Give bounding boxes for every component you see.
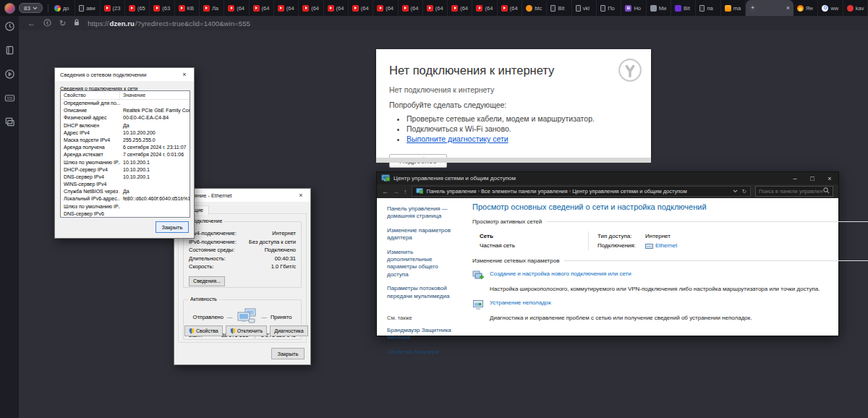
- refresh-icon[interactable]: ↻: [59, 20, 66, 27]
- browser-tab[interactable]: (64: [448, 0, 472, 16]
- browser-tab[interactable]: ma: [721, 0, 746, 16]
- run-diagnostics-link[interactable]: Выполните диагностику сети: [407, 135, 651, 143]
- browser-tab[interactable]: (64: [423, 0, 448, 16]
- breadcrumb-segment[interactable]: Все элементы панели управления: [481, 188, 567, 195]
- browser-tab[interactable]: (65: [125, 0, 150, 16]
- troubleshoot-link[interactable]: Устранение неполадок: [490, 299, 551, 306]
- back-icon[interactable]: ←: [27, 20, 35, 27]
- player-icon[interactable]: [4, 69, 15, 80]
- url-field[interactable]: https://dzen.ru/?yredirect=true&clid=140…: [88, 20, 250, 27]
- browser-tab-active[interactable]: +×: [746, 0, 793, 16]
- свойства-button[interactable]: Свойства: [184, 325, 223, 336]
- отключить-button[interactable]: Отключить: [226, 325, 267, 336]
- new-connection-link[interactable]: Создание и настройка нового подключения …: [490, 270, 631, 277]
- task-pane-link[interactable]: Параметры потоковой передачи мультимедиа: [387, 285, 456, 300]
- browser-tab[interactable]: (63: [150, 0, 174, 16]
- property-row[interactable]: DNS-сервер IPv6: [61, 210, 190, 218]
- property-row[interactable]: Шлюз по умолчанию IP...: [61, 203, 190, 210]
- close-button[interactable]: Закрыть: [271, 348, 305, 359]
- search-box[interactable]: [755, 186, 833, 197]
- red-favicon-icon: [847, 5, 854, 12]
- tab-label: Ла: [212, 5, 218, 12]
- tab-label: (64: [336, 5, 344, 12]
- profile-avatar[interactable]: [4, 3, 15, 14]
- property-row[interactable]: ОписаниеRealtek PCIe GbE Family Controll…: [61, 107, 190, 114]
- column-value: Значение: [120, 91, 190, 99]
- browser-tab[interactable]: Gww: [818, 0, 843, 16]
- breadcrumb[interactable]: Панель управления › Все элементы панели …: [412, 186, 752, 197]
- browser-tab[interactable]: (64: [324, 0, 349, 16]
- property-row[interactable]: Адрес IPv410.10.200.200: [61, 129, 190, 137]
- task-pane-link[interactable]: Изменить дополнительные параметры общего…: [387, 249, 456, 279]
- browser-tab[interactable]: (64: [274, 0, 299, 16]
- browser-tab[interactable]: (64: [250, 0, 274, 16]
- property-value: Realtek PCIe GbE Family Controller: [120, 107, 190, 114]
- диагностика-button[interactable]: Диагностика: [270, 325, 308, 336]
- property-row[interactable]: Маска подсети IPv4255.255.255.0: [61, 137, 190, 144]
- property-row[interactable]: Локальный IPv6-адрес...fe80::d6c0:460f:6…: [61, 195, 190, 202]
- browser-tab[interactable]: КВ: [175, 0, 200, 16]
- browser-tab[interactable]: (64: [373, 0, 398, 16]
- browser-tab[interactable]: па: [696, 0, 720, 16]
- breadcrumb-segment[interactable]: Центр управления сетями и общим доступом: [572, 188, 686, 195]
- back-icon[interactable]: ←: [382, 188, 388, 195]
- breadcrumb-segment[interactable]: Панель управления: [427, 188, 477, 195]
- browser-tab[interactable]: (64: [224, 0, 249, 16]
- tab-counter-button[interactable]: 83: [19, 3, 43, 13]
- browser-tab[interactable]: ави: [75, 0, 100, 16]
- badge-333-icon[interactable]: 333: [4, 93, 15, 103]
- property-row[interactable]: DHCP-сервер IPv410.10.200.1: [61, 166, 190, 174]
- lock-icon[interactable]: [74, 19, 80, 27]
- close-icon[interactable]: ×: [175, 68, 194, 81]
- property-name: Маска подсети IPv4: [61, 137, 120, 144]
- property-row[interactable]: Физический адрес00-E0-4C-EA-C4-84: [61, 114, 190, 121]
- property-row[interactable]: Определенный для по...: [61, 100, 190, 107]
- details-button[interactable]: Сведения...: [189, 276, 225, 286]
- tab-close-icon[interactable]: ×: [786, 4, 791, 12]
- property-row[interactable]: DHCP включенДа: [61, 122, 190, 129]
- task-pane-link[interactable]: Свойства браузера: [387, 349, 456, 356]
- history-icon[interactable]: [4, 21, 15, 32]
- property-row[interactable]: Аренда истекает7 сентября 2024 г. 0:01:0…: [61, 151, 190, 158]
- close-button[interactable]: Закрыть: [156, 221, 189, 233]
- property-row[interactable]: WINS-сервер IPv4: [61, 181, 190, 188]
- browser-tab[interactable]: (64: [498, 0, 522, 16]
- up-icon[interactable]: ↑: [404, 188, 407, 195]
- refresh-icon[interactable]: ↻: [742, 188, 746, 195]
- maximize-button[interactable]: □: [804, 172, 821, 184]
- task-pane-link[interactable]: Брандмауэр Защитника Windows: [387, 327, 456, 342]
- browser-tab[interactable]: btc: [522, 0, 547, 16]
- browser-tab[interactable]: kav: [843, 0, 868, 16]
- chevron-down-icon[interactable]: [733, 189, 738, 193]
- property-row[interactable]: Шлюз по умолчанию IP...10.10.200.1: [61, 159, 190, 166]
- bookmarks-icon[interactable]: [4, 45, 15, 56]
- browser-tab[interactable]: Bit: [547, 0, 571, 16]
- browser-tab[interactable]: BНо: [621, 0, 646, 16]
- browser-tab[interactable]: По: [597, 0, 621, 16]
- browser-tab[interactable]: (64: [299, 0, 323, 16]
- property-row[interactable]: DNS-сервер IPv410.10.200.1: [61, 174, 190, 181]
- task-pane-link[interactable]: Панель управления — домашняя страница: [387, 205, 456, 221]
- browser-tab[interactable]: до: [51, 0, 75, 16]
- browser-tab[interactable]: (23: [101, 0, 125, 16]
- minimize-button[interactable]: –: [786, 172, 804, 184]
- browser-tab[interactable]: (64: [349, 0, 373, 16]
- tab-groups-icon[interactable]: [4, 116, 15, 127]
- properties-list[interactable]: Свойство Значение Определенный для по...…: [60, 90, 190, 218]
- property-row[interactable]: Служба NetBIOS через ...Да: [61, 188, 190, 195]
- browser-tab[interactable]: Ян: [793, 0, 818, 16]
- browser-tab[interactable]: (64: [399, 0, 423, 16]
- browser-tab[interactable]: Bit: [671, 0, 696, 16]
- property-row[interactable]: Аренда получена6 сентября 2024 г. 23:11:…: [61, 144, 190, 151]
- browser-tab[interactable]: (64: [472, 0, 497, 16]
- task-pane-link[interactable]: Изменение параметров адаптера: [387, 227, 456, 242]
- close-icon[interactable]: ×: [292, 189, 310, 202]
- forward-icon[interactable]: →: [393, 188, 399, 195]
- ethernet-link[interactable]: Ethernet: [645, 241, 677, 250]
- browser-tab[interactable]: vkl: [572, 0, 597, 16]
- search-input[interactable]: [759, 188, 823, 195]
- site-badge-icon[interactable]: [43, 19, 51, 28]
- close-button[interactable]: ×: [821, 172, 838, 184]
- browser-tab[interactable]: Ми: [647, 0, 671, 16]
- browser-tab[interactable]: Ла: [200, 0, 224, 16]
